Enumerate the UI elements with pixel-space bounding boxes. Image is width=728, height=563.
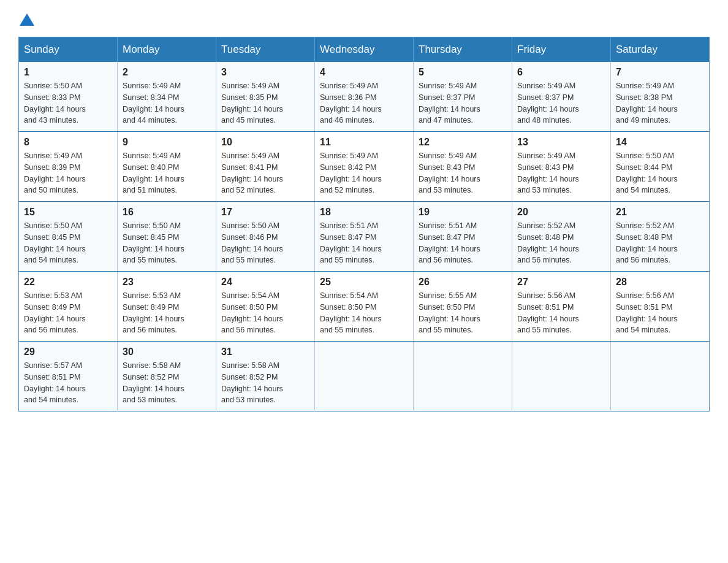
day-info: Sunrise: 5:49 AM Sunset: 8:37 PM Dayligh… [419,80,507,126]
day-info: Sunrise: 5:56 AM Sunset: 8:51 PM Dayligh… [517,290,605,336]
day-number: 21 [616,207,704,218]
calendar-cell: 21 Sunrise: 5:52 AM Sunset: 8:48 PM Dayl… [611,202,710,272]
day-info: Sunrise: 5:49 AM Sunset: 8:40 PM Dayligh… [123,150,211,196]
calendar-week-row: 22 Sunrise: 5:53 AM Sunset: 8:49 PM Dayl… [19,272,710,342]
day-number: 23 [123,277,211,288]
day-number: 20 [517,207,605,218]
calendar-table: SundayMondayTuesdayWednesdayThursdayFrid… [18,37,710,412]
calendar-cell: 16 Sunrise: 5:50 AM Sunset: 8:45 PM Dayl… [118,202,216,272]
calendar-week-row: 15 Sunrise: 5:50 AM Sunset: 8:45 PM Dayl… [19,202,710,272]
day-info: Sunrise: 5:52 AM Sunset: 8:48 PM Dayligh… [517,220,605,266]
day-info: Sunrise: 5:50 AM Sunset: 8:46 PM Dayligh… [221,220,309,266]
day-info: Sunrise: 5:53 AM Sunset: 8:49 PM Dayligh… [24,290,112,336]
day-number: 29 [24,347,112,358]
weekday-header-tuesday: Tuesday [216,37,315,63]
calendar-cell: 8 Sunrise: 5:49 AM Sunset: 8:39 PM Dayli… [19,132,118,202]
day-info: Sunrise: 5:58 AM Sunset: 8:52 PM Dayligh… [123,360,211,406]
calendar-header-row: SundayMondayTuesdayWednesdayThursdayFrid… [19,37,710,63]
calendar-cell: 24 Sunrise: 5:54 AM Sunset: 8:50 PM Dayl… [216,272,315,342]
calendar-cell: 4 Sunrise: 5:49 AM Sunset: 8:36 PM Dayli… [315,62,414,132]
calendar-cell: 22 Sunrise: 5:53 AM Sunset: 8:49 PM Dayl… [19,272,118,342]
weekday-header-thursday: Thursday [414,37,512,63]
calendar-cell: 17 Sunrise: 5:50 AM Sunset: 8:46 PM Dayl… [216,202,315,272]
day-number: 22 [24,277,112,288]
day-info: Sunrise: 5:50 AM Sunset: 8:45 PM Dayligh… [24,220,112,266]
day-info: Sunrise: 5:51 AM Sunset: 8:47 PM Dayligh… [419,220,507,266]
calendar-cell: 14 Sunrise: 5:50 AM Sunset: 8:44 PM Dayl… [611,132,710,202]
calendar-cell: 13 Sunrise: 5:49 AM Sunset: 8:43 PM Dayl… [512,132,611,202]
day-info: Sunrise: 5:54 AM Sunset: 8:50 PM Dayligh… [320,290,408,336]
day-info: Sunrise: 5:52 AM Sunset: 8:48 PM Dayligh… [616,220,704,266]
calendar-cell: 1 Sunrise: 5:50 AM Sunset: 8:33 PM Dayli… [19,62,118,132]
weekday-header-monday: Monday [118,37,216,63]
day-number: 16 [123,207,211,218]
day-number: 13 [517,137,605,148]
calendar-cell: 7 Sunrise: 5:49 AM Sunset: 8:38 PM Dayli… [611,62,710,132]
calendar-cell: 15 Sunrise: 5:50 AM Sunset: 8:45 PM Dayl… [19,202,118,272]
calendar-week-row: 8 Sunrise: 5:49 AM Sunset: 8:39 PM Dayli… [19,132,710,202]
day-number: 25 [320,277,408,288]
day-number: 12 [419,137,507,148]
calendar-cell: 12 Sunrise: 5:49 AM Sunset: 8:43 PM Dayl… [414,132,512,202]
page-header [18,12,710,25]
weekday-header-friday: Friday [512,37,611,63]
calendar-cell: 2 Sunrise: 5:49 AM Sunset: 8:34 PM Dayli… [118,62,216,132]
day-number: 28 [616,277,704,288]
weekday-header-saturday: Saturday [611,37,710,63]
day-info: Sunrise: 5:49 AM Sunset: 8:34 PM Dayligh… [123,80,211,126]
day-info: Sunrise: 5:56 AM Sunset: 8:51 PM Dayligh… [616,290,704,336]
calendar-cell: 23 Sunrise: 5:53 AM Sunset: 8:49 PM Dayl… [118,272,216,342]
day-info: Sunrise: 5:49 AM Sunset: 8:43 PM Dayligh… [517,150,605,196]
calendar-cell: 6 Sunrise: 5:49 AM Sunset: 8:37 PM Dayli… [512,62,611,132]
day-number: 18 [320,207,408,218]
day-info: Sunrise: 5:58 AM Sunset: 8:52 PM Dayligh… [221,360,309,406]
day-info: Sunrise: 5:49 AM Sunset: 8:41 PM Dayligh… [221,150,309,196]
calendar-cell: 3 Sunrise: 5:49 AM Sunset: 8:35 PM Dayli… [216,62,315,132]
day-number: 15 [24,207,112,218]
day-info: Sunrise: 5:49 AM Sunset: 8:35 PM Dayligh… [221,80,309,126]
day-info: Sunrise: 5:57 AM Sunset: 8:51 PM Dayligh… [24,360,112,406]
calendar-cell: 10 Sunrise: 5:49 AM Sunset: 8:41 PM Dayl… [216,132,315,202]
day-number: 24 [221,277,309,288]
day-number: 4 [320,67,408,78]
calendar-cell [315,342,414,412]
day-number: 3 [221,67,309,78]
calendar-cell: 19 Sunrise: 5:51 AM Sunset: 8:47 PM Dayl… [414,202,512,272]
day-info: Sunrise: 5:50 AM Sunset: 8:44 PM Dayligh… [616,150,704,196]
day-number: 14 [616,137,704,148]
calendar-cell: 26 Sunrise: 5:55 AM Sunset: 8:50 PM Dayl… [414,272,512,342]
day-info: Sunrise: 5:55 AM Sunset: 8:50 PM Dayligh… [419,290,507,336]
calendar-cell: 11 Sunrise: 5:49 AM Sunset: 8:42 PM Dayl… [315,132,414,202]
calendar-cell: 20 Sunrise: 5:52 AM Sunset: 8:48 PM Dayl… [512,202,611,272]
calendar-cell: 5 Sunrise: 5:49 AM Sunset: 8:37 PM Dayli… [414,62,512,132]
calendar-week-row: 1 Sunrise: 5:50 AM Sunset: 8:33 PM Dayli… [19,62,710,132]
day-number: 10 [221,137,309,148]
day-info: Sunrise: 5:49 AM Sunset: 8:38 PM Dayligh… [616,80,704,126]
day-number: 9 [123,137,211,148]
day-info: Sunrise: 5:49 AM Sunset: 8:36 PM Dayligh… [320,80,408,126]
day-number: 8 [24,137,112,148]
day-number: 26 [419,277,507,288]
day-info: Sunrise: 5:50 AM Sunset: 8:45 PM Dayligh… [123,220,211,266]
day-number: 27 [517,277,605,288]
day-number: 11 [320,137,408,148]
calendar-cell: 27 Sunrise: 5:56 AM Sunset: 8:51 PM Dayl… [512,272,611,342]
day-number: 5 [419,67,507,78]
weekday-header-sunday: Sunday [19,37,118,63]
calendar-cell [512,342,611,412]
day-info: Sunrise: 5:54 AM Sunset: 8:50 PM Dayligh… [221,290,309,336]
weekday-header-wednesday: Wednesday [315,37,414,63]
day-info: Sunrise: 5:49 AM Sunset: 8:42 PM Dayligh… [320,150,408,196]
day-number: 30 [123,347,211,358]
day-number: 6 [517,67,605,78]
day-info: Sunrise: 5:53 AM Sunset: 8:49 PM Dayligh… [123,290,211,336]
day-info: Sunrise: 5:49 AM Sunset: 8:39 PM Dayligh… [24,150,112,196]
calendar-cell: 18 Sunrise: 5:51 AM Sunset: 8:47 PM Dayl… [315,202,414,272]
calendar-cell: 31 Sunrise: 5:58 AM Sunset: 8:52 PM Dayl… [216,342,315,412]
day-number: 2 [123,67,211,78]
calendar-cell: 28 Sunrise: 5:56 AM Sunset: 8:51 PM Dayl… [611,272,710,342]
logo-triangle-icon [20,13,34,26]
day-number: 19 [419,207,507,218]
day-number: 7 [616,67,704,78]
day-number: 1 [24,67,112,78]
